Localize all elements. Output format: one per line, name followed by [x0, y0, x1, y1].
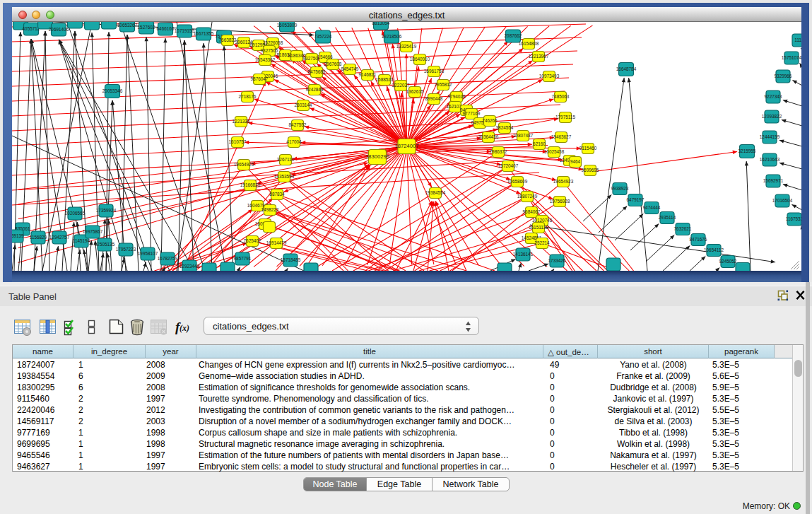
- svg-text:9464: 9464: [570, 159, 581, 164]
- svg-text:9699695: 9699695: [582, 168, 599, 173]
- svg-text:18724007: 18724007: [395, 143, 419, 149]
- svg-text:9474444: 9474444: [643, 205, 661, 210]
- svg-text:12444159: 12444159: [760, 134, 780, 139]
- svg-text:9242848: 9242848: [306, 87, 324, 92]
- svg-text:20364436: 20364436: [478, 134, 499, 139]
- svg-text:9794028: 9794028: [448, 94, 466, 99]
- svg-text:7357224: 7357224: [314, 34, 332, 39]
- svg-text:2718176: 2718176: [239, 94, 257, 99]
- svg-text:10025458: 10025458: [544, 149, 565, 154]
- svg-text:7955812: 7955812: [435, 82, 452, 87]
- svg-text:18807249: 18807249: [517, 194, 538, 199]
- svg-text:16151132: 16151132: [529, 225, 548, 230]
- svg-text:12923448: 12923448: [180, 264, 200, 269]
- svg-text:17016504: 17016504: [772, 198, 793, 203]
- svg-text:16648784: 16648784: [616, 66, 637, 71]
- svg-text:19463627: 19463627: [551, 134, 572, 139]
- svg-text:417004: 417004: [286, 139, 302, 144]
- svg-text:9115460: 9115460: [579, 146, 597, 151]
- svg-text:20691406: 20691406: [49, 27, 69, 32]
- svg-text:10653267: 10653267: [117, 23, 138, 28]
- svg-text:9146821: 9146821: [359, 72, 377, 77]
- svg-text:2087662: 2087662: [505, 33, 522, 38]
- svg-text:19756928: 19756928: [550, 199, 570, 204]
- svg-text:62160: 62160: [533, 141, 546, 146]
- svg-text:1167533: 1167533: [786, 216, 801, 221]
- svg-text:15692971: 15692971: [763, 178, 784, 183]
- svg-text:16154808: 16154808: [519, 41, 539, 46]
- svg-text:1221336: 1221336: [233, 119, 250, 124]
- svg-text:18300295: 18300295: [365, 153, 389, 160]
- svg-text:16671355: 16671355: [194, 31, 214, 36]
- svg-text:19975867: 19975867: [83, 229, 103, 234]
- svg-text:17359924: 17359924: [96, 208, 117, 213]
- svg-text:7632621: 7632621: [674, 226, 692, 231]
- svg-text:1117: 1117: [794, 37, 801, 42]
- svg-text:9227343: 9227343: [765, 94, 782, 99]
- svg-text:10973493: 10973493: [539, 74, 560, 78]
- svg-text:2803144: 2803144: [295, 103, 312, 107]
- svg-text:8813054: 8813054: [372, 22, 390, 25]
- svg-text:14136141: 14136141: [513, 252, 534, 257]
- svg-text:13325419: 13325419: [396, 44, 417, 49]
- svg-text:1145194: 1145194: [73, 238, 90, 243]
- svg-text:1733426: 1733426: [548, 258, 566, 263]
- svg-text:9876047: 9876047: [251, 76, 269, 81]
- svg-text:8471676: 8471676: [690, 237, 707, 242]
- svg-text:3215955: 3215955: [739, 148, 756, 153]
- svg-text:1610757: 1610757: [229, 139, 247, 144]
- svg-text:19384554: 19384554: [425, 190, 446, 195]
- svg-text:1588520: 1588520: [376, 77, 394, 82]
- svg-text:252214: 252214: [534, 240, 550, 245]
- svg-text:19218506: 19218506: [382, 34, 402, 39]
- svg-text:12942757: 12942757: [49, 235, 70, 240]
- svg-text:9857791: 9857791: [234, 256, 252, 261]
- svg-text:15751074: 15751074: [782, 55, 801, 60]
- svg-text:8427552: 8427552: [289, 122, 307, 127]
- svg-text:15718485: 15718485: [281, 257, 301, 262]
- svg-text:9327505: 9327505: [261, 48, 278, 53]
- svg-text:9329966: 9329966: [775, 74, 792, 78]
- svg-text:19166825: 19166825: [240, 182, 261, 187]
- svg-text:1527602: 1527602: [138, 25, 155, 30]
- svg-text:10658609: 10658609: [507, 179, 528, 184]
- svg-text:12093822: 12093822: [762, 114, 782, 119]
- svg-text:9684067: 9684067: [523, 209, 541, 214]
- svg-text:17975115: 17975115: [555, 115, 575, 119]
- svg-text:9938923: 9938923: [611, 186, 629, 191]
- svg-text:15226058: 15226058: [263, 40, 283, 45]
- svg-text:8990448: 8990448: [425, 96, 443, 101]
- svg-text:1498222: 1498222: [261, 207, 279, 212]
- svg-text:10654112: 10654112: [704, 247, 724, 252]
- svg-text:16914479: 16914479: [266, 240, 287, 245]
- svg-text:7986372: 7986372: [490, 149, 507, 154]
- svg-text:7485063: 7485063: [552, 94, 570, 99]
- svg-text:746266: 746266: [482, 118, 498, 123]
- svg-text:15720407: 15720407: [498, 163, 519, 168]
- svg-text:19654923: 19654923: [553, 179, 574, 184]
- svg-text:20053346: 20053346: [102, 88, 123, 93]
- svg-text:2935114: 2935114: [659, 215, 676, 220]
- svg-text:6479197: 6479197: [627, 197, 645, 202]
- svg-text:19654925: 19654925: [234, 162, 254, 167]
- svg-text:(x): (x): [180, 323, 189, 333]
- svg-text:12505135: 12505135: [95, 242, 115, 247]
- svg-text:10719155: 10719155: [175, 28, 195, 33]
- svg-text:3824554: 3824554: [496, 125, 514, 130]
- svg-text:20206565: 20206565: [65, 211, 86, 216]
- svg-text:14353594: 14353594: [274, 174, 295, 179]
- svg-text:9245052: 9245052: [719, 259, 737, 264]
- svg-text:16961758: 16961758: [424, 69, 445, 74]
- svg-text:18640910: 18640910: [410, 57, 430, 62]
- svg-text:3222037: 3222037: [392, 83, 410, 88]
- svg-text:16782759: 16782759: [158, 256, 178, 261]
- svg-text:19958107: 19958107: [138, 251, 158, 256]
- svg-text:16053809: 16053809: [277, 23, 298, 28]
- svg-text:6466160: 6466160: [157, 26, 175, 31]
- svg-text:939139: 939139: [12, 233, 24, 238]
- svg-text:16210643: 16210643: [760, 157, 780, 162]
- svg-text:9777169: 9777169: [463, 111, 481, 116]
- svg-text:8454749: 8454749: [341, 66, 359, 71]
- svg-text:7663822: 7663822: [219, 37, 237, 42]
- svg-text:7625402: 7625402: [244, 238, 261, 243]
